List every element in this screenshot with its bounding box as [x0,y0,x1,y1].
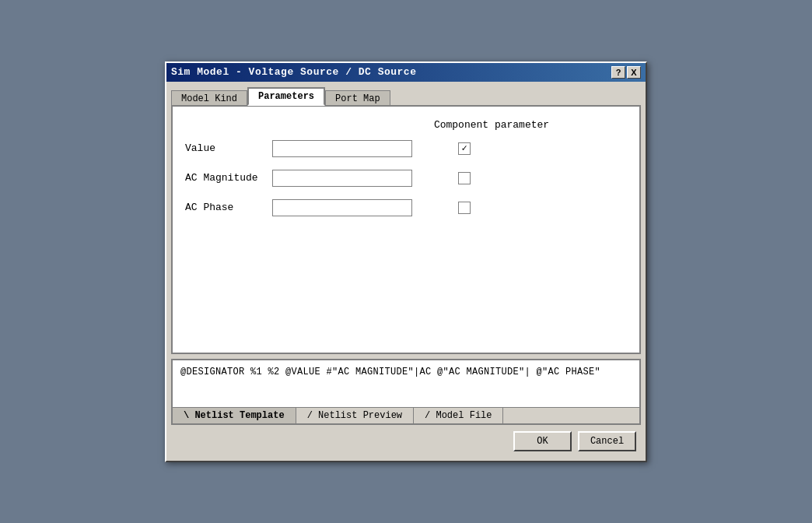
bottom-bar: OK Cancel [171,425,641,456]
input-value[interactable] [272,140,412,157]
cancel-button[interactable]: Cancel [578,431,636,451]
netlist-template-label: Netlist Template [194,410,284,421]
model-file-arrow: / [425,410,436,421]
param-row-ac-magnitude: AC Magnitude [185,170,627,187]
tab-model-kind[interactable]: Model Kind [171,90,247,107]
title-bar-buttons: ? X [611,66,641,79]
model-file-label: Model File [436,410,492,421]
tab-model-file[interactable]: / Model File [414,408,503,423]
checkbox-ac-magnitude[interactable] [458,172,471,184]
column-header: Component parameter [356,119,627,131]
title-bar: Sim Model - Voltage Source / DC Source ?… [166,63,646,82]
label-ac-phase: AC Phase [185,202,263,213]
tab-netlist-template[interactable]: \ Netlist Template [173,408,296,423]
dialog-content: Model Kind Parameters Port Map Component… [166,82,646,461]
close-button[interactable]: X [627,66,641,79]
checkbox-value[interactable] [458,142,471,155]
label-value: Value [185,142,263,154]
tab-port-map[interactable]: Port Map [325,90,390,107]
param-row-ac-phase: AC Phase [185,199,627,216]
netlist-preview-arrow: / [307,410,318,421]
tab-bar: Model Kind Parameters Port Map [171,86,641,105]
netlist-template-arrow: \ [184,410,194,421]
help-button[interactable]: ? [611,66,625,79]
dialog-window: Sim Model - Voltage Source / DC Source ?… [165,61,647,462]
input-ac-magnitude[interactable] [272,170,412,187]
checkbox-wrap-value [453,142,476,155]
tab-parameters[interactable]: Parameters [247,87,325,106]
netlist-section: @DESIGNATOR %1 %2 @VALUE #"AC MAGNITUDE"… [171,359,641,425]
netlist-tab-bar: \ Netlist Template / Netlist Preview / M… [173,407,639,423]
checkbox-wrap-ac-magnitude [453,172,476,184]
label-ac-magnitude: AC Magnitude [185,172,263,184]
param-row-value: Value [185,140,627,157]
tab-netlist-preview[interactable]: / Netlist Preview [296,408,414,423]
checkbox-ac-phase[interactable] [458,202,471,214]
parameters-panel: Component parameter Value AC Magnitude A… [171,105,641,354]
netlist-preview-label: Netlist Preview [318,410,402,421]
window-title: Sim Model - Voltage Source / DC Source [171,66,416,78]
netlist-content: @DESIGNATOR %1 %2 @VALUE #"AC MAGNITUDE"… [173,360,639,407]
ok-button[interactable]: OK [513,431,572,451]
checkbox-wrap-ac-phase [453,202,476,214]
input-ac-phase[interactable] [272,199,412,216]
